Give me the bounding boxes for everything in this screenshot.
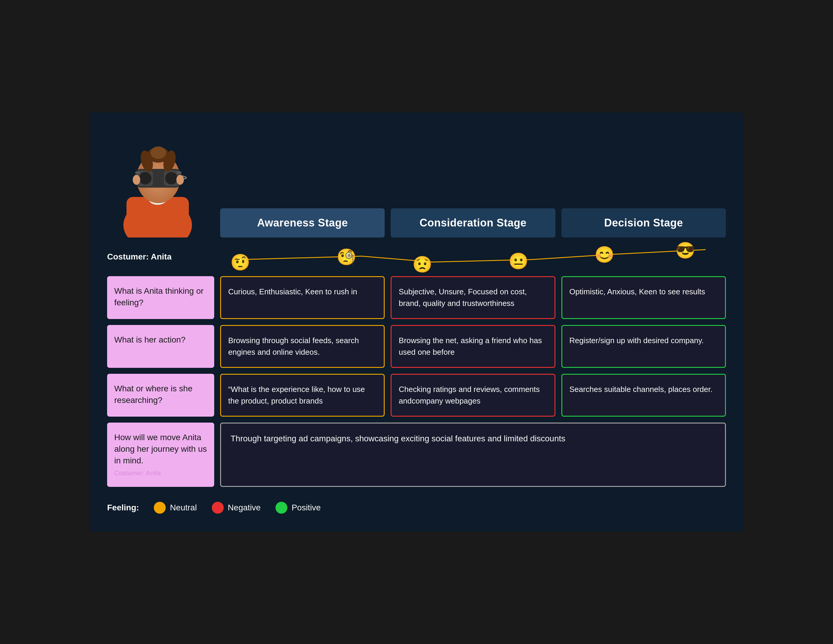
cell-thinking-decision: Optimistic, Anxious, Keen to see results	[561, 276, 726, 319]
stage-awareness-header: Awareness Stage	[220, 208, 385, 237]
emoji-3: 😟	[412, 255, 432, 274]
cell-thinking-consideration: Subjective, Unsure, Focused on cost, bra…	[391, 276, 555, 319]
cell-action-awareness: Browsing through social feeds, search en…	[220, 325, 385, 368]
svg-point-16	[177, 175, 184, 185]
legend-item-neutral: Neutral	[154, 502, 197, 514]
legend-item-positive: Positive	[275, 502, 321, 514]
legend-label-positive: Positive	[291, 503, 321, 512]
cell-action-decision: Register/sign up with desired company.	[561, 325, 726, 368]
svg-point-10	[139, 172, 151, 185]
row-action-label: What is her action?	[107, 325, 214, 368]
vr-person-svg: >	[101, 106, 214, 237]
cell-research-decision: Searches suitable channels, places order…	[561, 374, 726, 417]
cell-research-awareness: “What is the experience like, how to use…	[220, 374, 385, 417]
legend-title: Feeling:	[107, 503, 139, 512]
legend: Feeling: Neutral Negative Positive	[89, 493, 744, 514]
cell-thinking-awareness: Curious, Enthusiastic, Keen to rush in	[220, 276, 385, 319]
stage-consideration-header: Consideration Stage	[391, 208, 555, 237]
cell-research-consideration: Checking ratings and reviews, comments a…	[391, 374, 555, 417]
emoji-1: 🤨	[230, 253, 250, 272]
row-action: What is her action? Browsing through soc…	[89, 325, 744, 368]
svg-rect-13	[135, 171, 140, 174]
emoji-4: 😐	[508, 252, 528, 270]
bottom-row: How will we move Anita along her journey…	[89, 423, 744, 487]
main-card: > Awareness Stage Consideration Stage De…	[89, 113, 744, 531]
legend-dot-green	[275, 502, 287, 514]
legend-label-negative: Negative	[228, 503, 261, 512]
cell-action-consideration: Browsing the net, asking a friend who ha…	[391, 325, 555, 368]
row-research: What or where is she researching? “What …	[89, 374, 744, 417]
customer-name: Costumer: Anita	[107, 252, 172, 261]
row-research-label: What or where is she researching?	[107, 374, 214, 417]
vr-person-area: >	[107, 113, 214, 237]
bottom-label-subtext: Costumer: Anita	[114, 469, 207, 478]
outer-container: > Awareness Stage Consideration Stage De…	[0, 0, 833, 644]
row-thinking: What is Anita thinking or feeling? Curio…	[89, 276, 744, 319]
legend-item-negative: Negative	[212, 502, 261, 514]
svg-point-11	[165, 172, 178, 185]
svg-rect-14	[177, 171, 182, 174]
legend-dot-red	[212, 502, 224, 514]
customer-row: Costumer: Anita 🤨	[89, 237, 744, 276]
bottom-row-cell: Through targeting ad campaigns, showcasi…	[220, 423, 726, 487]
svg-point-15	[133, 175, 140, 185]
emoji-2: 🧐	[336, 248, 356, 266]
row-thinking-label: What is Anita thinking or feeling?	[107, 276, 214, 319]
emoji-timeline: 🤨 🧐 😟 😐 😊 😎	[220, 240, 726, 273]
stage-headers: Awareness Stage Consideration Stage Deci…	[220, 208, 726, 237]
legend-label-neutral: Neutral	[170, 503, 197, 512]
svg-point-6	[151, 147, 166, 159]
emoji-5: 😊	[594, 245, 614, 264]
timeline-svg	[220, 240, 726, 273]
stage-decision-header: Decision Stage	[561, 208, 726, 237]
emoji-6: 😎	[675, 241, 695, 260]
legend-dot-yellow	[154, 502, 166, 514]
bottom-row-label: How will we move Anita along her journey…	[107, 423, 214, 487]
customer-name-cell: Costumer: Anita	[107, 252, 214, 262]
